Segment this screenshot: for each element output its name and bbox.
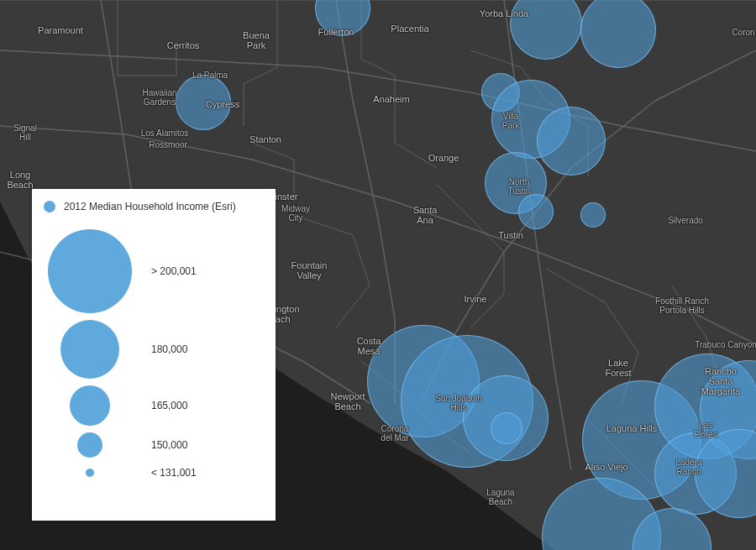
legend-title-row: 2012 Median Household Income (Esri) bbox=[44, 201, 264, 212]
legend-circle bbox=[77, 432, 102, 458]
city-label: NewportBeach bbox=[331, 391, 365, 411]
data-bubble bbox=[463, 375, 549, 461]
city-label: Cypress bbox=[206, 99, 239, 109]
data-bubble bbox=[654, 432, 737, 515]
city-label: Silverado bbox=[668, 216, 703, 225]
data-bubble bbox=[315, 0, 370, 36]
city-label: LakeForest bbox=[605, 358, 631, 378]
legend-label: 165,000 bbox=[151, 400, 187, 411]
legend-panel: 2012 Median Household Income (Esri) > 20… bbox=[32, 189, 276, 521]
city-label: Coron bbox=[732, 28, 754, 37]
city-label: Tustin bbox=[498, 230, 523, 240]
legend-title: 2012 Median Household Income (Esri) bbox=[64, 201, 236, 212]
city-label: SignalHill bbox=[13, 123, 37, 142]
city-label: Irvine bbox=[465, 294, 487, 304]
city-label: Foothill RanchPortola Hills bbox=[655, 296, 709, 315]
legend-row: 180,000 bbox=[44, 317, 264, 382]
data-bubble bbox=[401, 335, 533, 468]
legend-label: > 200,001 bbox=[151, 265, 197, 277]
legend-row: 165,000 bbox=[44, 382, 264, 429]
legend-label: 180,000 bbox=[151, 343, 187, 355]
data-bubble bbox=[633, 508, 711, 550]
city-label: LasFlores bbox=[694, 421, 717, 439]
city-label: Stanton bbox=[249, 134, 281, 144]
data-bubble bbox=[695, 429, 756, 518]
legend-row: < 131,001 bbox=[44, 461, 264, 485]
data-bubble bbox=[510, 0, 582, 60]
city-label: Anaheim bbox=[373, 94, 409, 104]
data-bubble bbox=[485, 152, 547, 214]
legend-items: > 200,001180,000165,000150,000< 131,001 bbox=[44, 226, 264, 485]
legend-circle bbox=[86, 469, 94, 477]
legend-circle bbox=[70, 385, 110, 426]
city-label: Orange bbox=[428, 153, 459, 163]
data-bubble bbox=[176, 75, 231, 130]
city-label: San JoaquinHills bbox=[435, 394, 482, 412]
city-label: Cerritos bbox=[167, 40, 200, 50]
data-bubble bbox=[654, 354, 756, 459]
city-label: Placentia bbox=[391, 24, 428, 34]
legend-row: 150,000 bbox=[44, 429, 264, 461]
city-label: Fullerton bbox=[318, 27, 354, 37]
data-bubble bbox=[580, 0, 656, 68]
data-bubble bbox=[367, 325, 480, 437]
legend-row: > 200,001 bbox=[44, 226, 264, 317]
city-label: Laguna Hills bbox=[606, 423, 658, 433]
data-bubble bbox=[700, 360, 756, 459]
city-label: FountainValley bbox=[291, 260, 328, 280]
legend-label: < 131,001 bbox=[151, 467, 197, 479]
city-label: Aliso Viejo bbox=[585, 462, 627, 472]
city-label: CostaMesa bbox=[357, 336, 381, 356]
data-bubble bbox=[518, 194, 554, 229]
city-label: Coronadel Mar bbox=[381, 424, 408, 443]
data-bubble bbox=[580, 202, 606, 228]
city-label: Paramount bbox=[38, 25, 83, 35]
data-bubble bbox=[582, 380, 701, 500]
city-label: Rossmoor bbox=[149, 140, 187, 149]
legend-swatch bbox=[44, 229, 136, 313]
city-label: LongBeach bbox=[7, 170, 33, 190]
data-bubble bbox=[537, 107, 606, 175]
city-label: LagunaBeach bbox=[486, 488, 514, 506]
city-label: HawaiianGardens bbox=[142, 88, 176, 107]
legend-swatch bbox=[44, 320, 136, 379]
city-label: VillaPark bbox=[502, 112, 520, 130]
city-label: Los Alamitos bbox=[141, 128, 189, 138]
data-bubble bbox=[481, 73, 520, 112]
city-label: MidwayCity bbox=[281, 204, 310, 223]
data-bubble bbox=[542, 478, 661, 550]
legend-swatch bbox=[44, 432, 136, 458]
legend-circle bbox=[48, 229, 132, 313]
data-bubble bbox=[491, 80, 570, 159]
legend-swatch bbox=[44, 385, 136, 426]
city-label: Trabuco Canyon bbox=[695, 340, 756, 349]
city-label: BuenaPark bbox=[243, 30, 270, 50]
legend-circle bbox=[60, 320, 119, 379]
legend-title-dot bbox=[44, 201, 55, 212]
city-label: La Palma bbox=[192, 71, 228, 80]
data-bubble bbox=[491, 412, 522, 444]
city-label: LaderaRanch bbox=[675, 458, 701, 476]
city-label: SantaAna bbox=[413, 205, 438, 225]
legend-swatch bbox=[44, 469, 136, 477]
city-label: Yorba Linda bbox=[480, 8, 528, 18]
city-label: NorthTustin bbox=[508, 177, 531, 196]
legend-label: 150,000 bbox=[151, 439, 187, 451]
map-viewport[interactable]: ParamountCerritosBuenaParkLa PalmaFuller… bbox=[0, 0, 756, 550]
city-label: RanchoSantaMargarita bbox=[701, 366, 740, 396]
